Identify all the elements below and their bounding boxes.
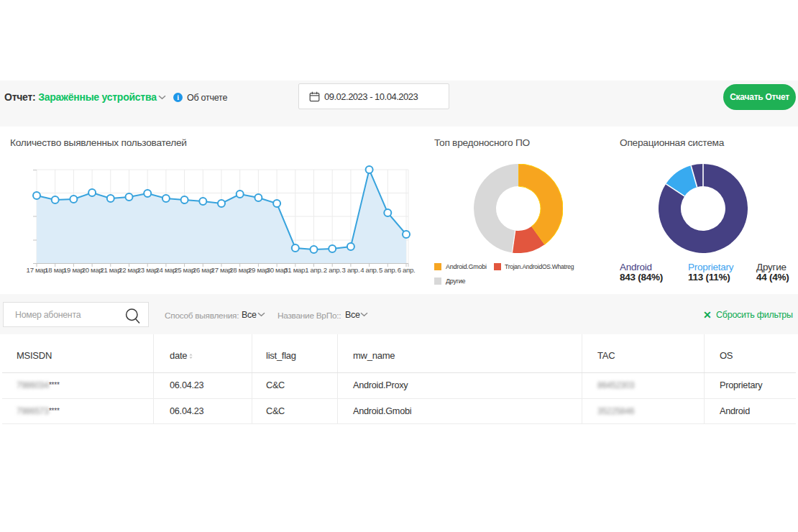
svg-text:25 мар: 25 мар [174,266,195,274]
svg-text:19 мар: 19 мар [63,266,84,274]
svg-text:27 мар: 27 мар [211,266,232,274]
svg-text:1 апр.: 1 апр. [305,266,323,274]
svg-text:18 мар: 18 мар [45,266,65,274]
svg-text:21 мар: 21 мар [100,266,121,274]
svg-text:20 мар: 20 мар [82,266,103,274]
svg-text:3 апр.: 3 апр. [342,266,360,274]
svg-text:23 мар: 23 мар [137,266,158,274]
svg-text:2 апр.: 2 апр. [324,266,341,274]
svg-text:26 мар: 26 мар [193,266,214,274]
svg-text:28 мар: 28 мар [229,266,250,274]
svg-text:4 апр.: 4 апр. [360,266,378,274]
svg-text:22 мар: 22 мар [119,266,139,274]
svg-text:31 мар.: 31 мар. [284,266,306,274]
svg-text:24 мар: 24 мар [155,266,176,274]
svg-text:6 апр.: 6 апр. [398,266,416,274]
svg-text:17 мар: 17 мар [27,266,47,274]
svg-text:29 мар: 29 мар [248,266,269,274]
svg-text:5 апр.: 5 апр. [379,266,397,274]
